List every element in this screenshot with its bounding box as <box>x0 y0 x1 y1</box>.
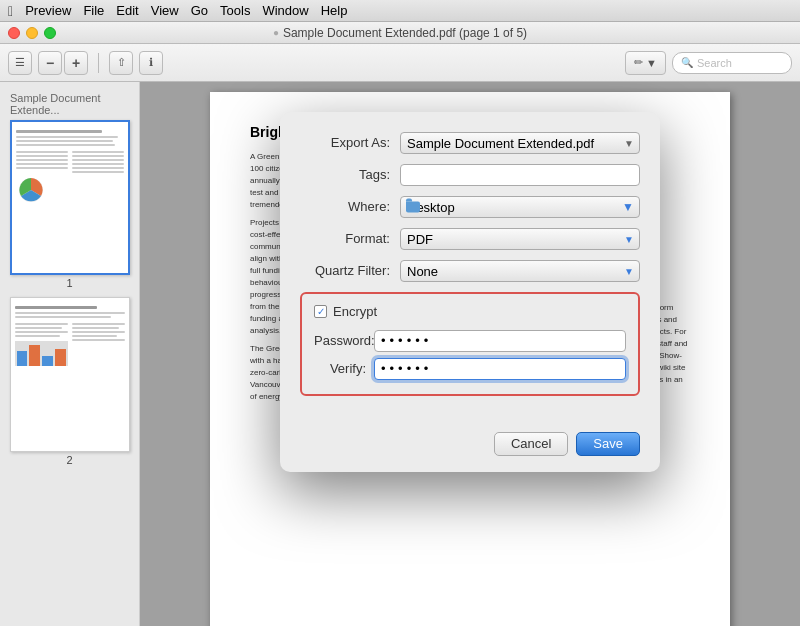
where-select-wrapper[interactable]: Desktop ▼ <box>400 196 640 218</box>
format-select[interactable]: PDF <box>400 228 640 250</box>
save-button[interactable]: Save <box>576 432 640 456</box>
toolbar: ☰ − + ⇧ ℹ ✏ ▼ 🔍 Search <box>0 44 800 82</box>
where-label: Where: <box>300 197 400 217</box>
dialog-body: Export As: Sample Document Extended.pdf … <box>280 112 660 422</box>
format-label: Format: <box>300 229 400 249</box>
menu-edit[interactable]: Edit <box>116 3 138 18</box>
cancel-button[interactable]: Cancel <box>494 432 568 456</box>
zoom-out-button[interactable]: − <box>38 51 62 75</box>
doc-area: Bright A Green Neighbourhoods program co… <box>140 82 800 626</box>
titlebar: ● Sample Document Extended.pdf (page 1 o… <box>0 22 800 44</box>
menu-go[interactable]: Go <box>191 3 208 18</box>
where-row: Where: Desktop ▼ <box>300 196 640 218</box>
password-row: Password: <box>314 330 626 352</box>
thumb-image-2 <box>10 297 130 452</box>
pencil-icon: ✏ <box>634 56 643 69</box>
edit-button[interactable]: ✏ ▼ <box>625 51 666 75</box>
sidebar-toggle-button[interactable]: ☰ <box>8 51 32 75</box>
encrypt-label: Encrypt <box>333 302 377 322</box>
quartz-filter-label: Quartz Filter: <box>300 261 400 281</box>
close-button[interactable] <box>8 27 20 39</box>
export-dialog-overlay: Export As: Sample Document Extended.pdf … <box>210 92 730 626</box>
export-dialog: Export As: Sample Document Extended.pdf … <box>280 112 660 472</box>
password-input[interactable] <box>374 330 626 352</box>
menubar:  Preview File Edit View Go Tools Window… <box>0 0 800 22</box>
sidebar: Sample Document Extende... <box>0 82 140 626</box>
zoom-in-button[interactable]: + <box>64 51 88 75</box>
menu-file[interactable]: File <box>83 3 104 18</box>
window-controls <box>8 27 56 39</box>
title-dot: ● <box>273 27 279 38</box>
export-as-select[interactable]: Sample Document Extended.pdf <box>400 132 640 154</box>
export-as-select-wrapper[interactable]: Sample Document Extended.pdf ▼ <box>400 132 640 154</box>
menu-preview[interactable]: Preview <box>25 3 71 18</box>
minimize-button[interactable] <box>26 27 38 39</box>
verify-row: Verify: <box>314 358 626 380</box>
tags-label: Tags: <box>300 165 400 185</box>
pdf-page: Bright A Green Neighbourhoods program co… <box>210 92 730 626</box>
password-label: Password: <box>314 331 374 351</box>
menu-help[interactable]: Help <box>321 3 348 18</box>
toolbar-separator-1 <box>98 53 99 73</box>
search-box[interactable]: 🔍 Search <box>672 52 792 74</box>
page-number-2: 2 <box>10 454 130 466</box>
format-row: Format: PDF ▼ <box>300 228 640 250</box>
zoom-buttons: − + <box>38 51 88 75</box>
share-button[interactable]: ⇧ <box>109 51 133 75</box>
tags-row: Tags: <box>300 164 640 186</box>
toolbar-right: ✏ ▼ 🔍 Search <box>625 51 792 75</box>
quartz-filter-row: Quartz Filter: None ▼ <box>300 260 640 282</box>
page-number-1: 1 <box>10 277 130 289</box>
quartz-filter-select-wrapper[interactable]: None ▼ <box>400 260 640 282</box>
search-placeholder: Search <box>697 57 732 69</box>
dialog-buttons: Cancel Save <box>280 422 660 472</box>
verify-label: Verify: <box>314 359 374 379</box>
menu-tools[interactable]: Tools <box>220 3 250 18</box>
encrypt-checkbox[interactable]: ✓ <box>314 305 327 318</box>
page-thumb-2[interactable]: 2 <box>10 297 130 466</box>
search-icon: 🔍 <box>681 57 693 68</box>
chevron-down-icon: ▼ <box>646 57 657 69</box>
title-text: Sample Document Extended.pdf (page 1 of … <box>283 26 527 40</box>
page-thumb-1[interactable]: 1 <box>10 120 130 289</box>
thumb-image-1 <box>10 120 130 275</box>
sidebar-filename: Sample Document Extende... <box>4 90 135 120</box>
maximize-button[interactable] <box>44 27 56 39</box>
encrypt-checkbox-row: ✓ Encrypt <box>314 302 626 322</box>
menu-window[interactable]: Window <box>262 3 308 18</box>
main-content: Sample Document Extende... <box>0 82 800 626</box>
tags-input[interactable] <box>400 164 640 186</box>
window-title: ● Sample Document Extended.pdf (page 1 o… <box>273 26 527 40</box>
format-select-wrapper[interactable]: PDF ▼ <box>400 228 640 250</box>
verify-input[interactable] <box>374 358 626 380</box>
export-as-row: Export As: Sample Document Extended.pdf … <box>300 132 640 154</box>
menu-view[interactable]: View <box>151 3 179 18</box>
where-select[interactable]: Desktop <box>400 196 640 218</box>
encrypt-section: ✓ Encrypt Password: Verify: <box>300 292 640 396</box>
nav-buttons: ☰ <box>8 51 32 75</box>
apple-menu-icon[interactable]:  <box>8 3 13 19</box>
info-button[interactable]: ℹ <box>139 51 163 75</box>
quartz-filter-select[interactable]: None <box>400 260 640 282</box>
export-as-label: Export As: <box>300 133 400 153</box>
